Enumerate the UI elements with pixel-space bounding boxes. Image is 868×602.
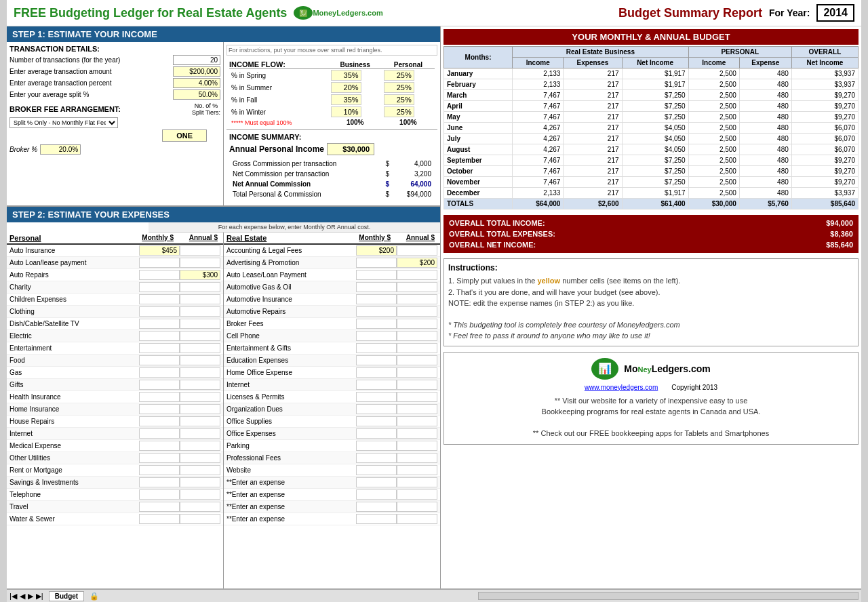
- expense-monthly-input[interactable]: [139, 502, 180, 512]
- expense-annual-input[interactable]: [180, 428, 220, 439]
- expense-annual-input[interactable]: [180, 270, 220, 280]
- annual-income-input[interactable]: [327, 143, 374, 155]
- expense-monthly-input[interactable]: [139, 514, 180, 524]
- re-expense-annual-input[interactable]: [397, 380, 437, 390]
- re-expense-annual-input[interactable]: [397, 306, 437, 317]
- re-expense-monthly-input[interactable]: [356, 453, 397, 463]
- expense-monthly-input[interactable]: [139, 306, 180, 317]
- fall-business[interactable]: [331, 94, 361, 105]
- avg-amount-input[interactable]: [173, 66, 220, 77]
- fall-personal[interactable]: [384, 94, 414, 105]
- expense-monthly-input[interactable]: [139, 258, 180, 268]
- avg-split-input[interactable]: [173, 89, 220, 100]
- broker-select[interactable]: Split % Only - No Monthly Flat Fee Split…: [9, 117, 118, 128]
- re-expense-annual-input[interactable]: [397, 319, 437, 329]
- re-expense-annual-input[interactable]: [397, 294, 437, 304]
- nav-next[interactable]: ▶: [28, 592, 33, 601]
- expense-monthly-input[interactable]: [139, 392, 180, 402]
- expense-monthly-input[interactable]: [139, 428, 180, 439]
- re-expense-monthly-input[interactable]: [356, 428, 397, 439]
- expense-monthly-input[interactable]: [139, 404, 180, 414]
- re-expense-monthly-input[interactable]: [356, 489, 397, 500]
- expense-annual-input[interactable]: [180, 404, 220, 414]
- re-expense-monthly-input[interactable]: [356, 502, 397, 512]
- expense-annual-input[interactable]: [180, 465, 220, 475]
- expense-annual-input[interactable]: [180, 416, 220, 426]
- expense-monthly-input[interactable]: [139, 294, 180, 304]
- re-expense-monthly-input[interactable]: [356, 331, 397, 341]
- expense-monthly-input[interactable]: [139, 319, 180, 329]
- transactions-input[interactable]: [173, 55, 220, 65]
- re-expense-annual-input[interactable]: [397, 489, 437, 500]
- expense-monthly-input[interactable]: [139, 477, 180, 487]
- expense-annual-input[interactable]: [180, 258, 220, 268]
- nav-prev[interactable]: ◀: [20, 592, 25, 601]
- expense-annual-input[interactable]: [180, 319, 220, 329]
- re-expense-monthly-input[interactable]: [356, 367, 397, 378]
- re-expense-monthly-input[interactable]: [356, 343, 397, 353]
- expense-monthly-input[interactable]: [139, 245, 180, 256]
- broker-pct-input[interactable]: [40, 144, 81, 155]
- re-expense-monthly-input[interactable]: [356, 270, 397, 280]
- re-expense-monthly-input[interactable]: [356, 294, 397, 304]
- re-expense-annual-input[interactable]: [397, 331, 437, 341]
- expense-monthly-input[interactable]: [139, 270, 180, 280]
- expense-monthly-input[interactable]: [139, 367, 180, 378]
- expense-monthly-input[interactable]: [139, 416, 180, 426]
- winter-personal[interactable]: [384, 106, 414, 117]
- nav-first[interactable]: |◀: [9, 592, 17, 601]
- spring-personal[interactable]: [384, 70, 414, 81]
- nav-arrows[interactable]: |◀ ◀ ▶ ▶|: [9, 592, 43, 601]
- re-expense-annual-input[interactable]: [397, 514, 437, 524]
- year-box[interactable]: 2014: [816, 4, 854, 22]
- re-expense-monthly-input[interactable]: [356, 306, 397, 317]
- re-expense-annual-input[interactable]: [397, 355, 437, 365]
- expense-monthly-input[interactable]: [139, 355, 180, 365]
- expense-annual-input[interactable]: [180, 367, 220, 378]
- re-expense-annual-input[interactable]: [397, 392, 437, 402]
- expense-annual-input[interactable]: [180, 355, 220, 365]
- nav-last[interactable]: ▶|: [36, 592, 43, 601]
- expense-annual-input[interactable]: [180, 502, 220, 512]
- re-expense-monthly-input[interactable]: [356, 355, 397, 365]
- re-expense-monthly-input[interactable]: [356, 514, 397, 524]
- re-expense-annual-input[interactable]: [397, 367, 437, 378]
- re-expense-annual-input[interactable]: [397, 404, 437, 414]
- re-expense-annual-input[interactable]: [397, 441, 437, 451]
- expense-monthly-input[interactable]: [139, 489, 180, 500]
- expense-annual-input[interactable]: [180, 282, 220, 292]
- re-expense-annual-input[interactable]: [397, 416, 437, 426]
- re-expense-annual-input[interactable]: [397, 258, 437, 268]
- expense-monthly-input[interactable]: [139, 343, 180, 353]
- re-expense-monthly-input[interactable]: [356, 392, 397, 402]
- re-expense-monthly-input[interactable]: [356, 245, 397, 256]
- expense-annual-input[interactable]: [180, 441, 220, 451]
- re-expense-monthly-input[interactable]: [356, 404, 397, 414]
- expense-annual-input[interactable]: [180, 489, 220, 500]
- summer-business[interactable]: [331, 82, 361, 93]
- expense-monthly-input[interactable]: [139, 331, 180, 341]
- avg-pct-input[interactable]: [173, 78, 220, 88]
- re-expense-monthly-input[interactable]: [356, 465, 397, 475]
- sheet-tab-budget[interactable]: Budget: [49, 591, 84, 601]
- spring-business[interactable]: [331, 70, 361, 81]
- re-expense-annual-input[interactable]: [397, 502, 437, 512]
- expense-annual-input[interactable]: [180, 392, 220, 402]
- re-expense-annual-input[interactable]: [397, 282, 437, 292]
- expense-annual-input[interactable]: [180, 331, 220, 341]
- expense-annual-input[interactable]: [180, 477, 220, 487]
- re-expense-annual-input[interactable]: [397, 453, 437, 463]
- winter-business[interactable]: [331, 106, 361, 117]
- horizontal-scrollbar[interactable]: [478, 592, 859, 600]
- re-expense-monthly-input[interactable]: [356, 258, 397, 268]
- re-expense-monthly-input[interactable]: [356, 416, 397, 426]
- re-expense-annual-input[interactable]: [397, 343, 437, 353]
- summer-personal[interactable]: [384, 82, 414, 93]
- expense-monthly-input[interactable]: [139, 453, 180, 463]
- re-expense-annual-input[interactable]: [397, 428, 437, 439]
- logo-url[interactable]: www.moneyledgers.com: [585, 384, 658, 391]
- re-expense-monthly-input[interactable]: [356, 282, 397, 292]
- re-expense-monthly-input[interactable]: [356, 477, 397, 487]
- expense-annual-input[interactable]: [180, 245, 220, 256]
- re-expense-annual-input[interactable]: [397, 245, 437, 256]
